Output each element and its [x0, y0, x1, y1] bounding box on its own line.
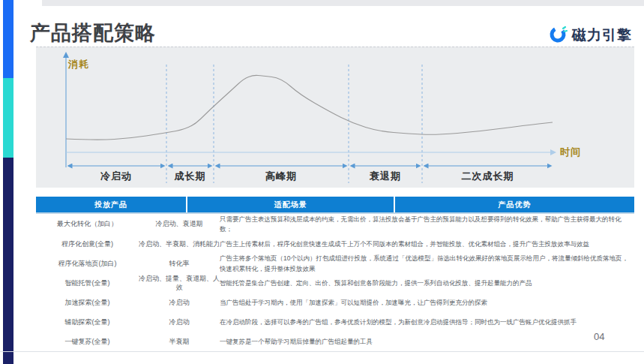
table-row: 最大化转化（加白）冷启动、衰退期只需要广告主表达预算和浅层成本的约束，无需出价，… — [36, 215, 634, 234]
phase-label: 二次成长期 — [462, 170, 514, 183]
table-cell-advantage: 智能托管是集合广告创建、定向、出价、预算和创意各阶段能力，提供一系列自动化投放、… — [220, 278, 634, 288]
table-header-product: 投放产品 — [36, 197, 186, 212]
table-cell-product: 辅助探索(全量) — [36, 318, 139, 327]
table-cell-product: 程序化落地页(加白) — [36, 260, 139, 269]
edge-bar-blue-segment — [3, 0, 13, 78]
slide-root: 产品搭配策略 磁力引擎 — [0, 0, 644, 364]
table-row: 加速探索(全量)冷启动当广告组处于学习期内，使用「加速探索」可以短期提价，加速曝… — [36, 293, 634, 313]
consumption-curve — [66, 75, 553, 140]
page-number: 04 — [594, 331, 604, 342]
table-cell-scenario: 冷启动、提量、衰退期、人效 — [139, 275, 220, 292]
table-header-scenario: 适配场景 — [187, 197, 394, 212]
table-cell-product: 最大化转化（加白） — [36, 220, 139, 229]
table-cell-advantage: 广告主上传素材后，程序化创意快速生成成千上万个不同版本的素材组合，并智能投放、优… — [220, 239, 634, 249]
table-cell-advantage: 广告主将多个落地页（10个以内）打包成组进行投放，系统通过「优选模型」筛选出转化… — [220, 254, 634, 273]
table-cell-product: 一键复苏(全量) — [36, 338, 139, 347]
table-header-advantage: 产品优势 — [395, 197, 634, 212]
table-cell-advantage: 当广告组处于学习期内，使用「加速探索」可以短期提价，加速曝光，让广告得到更充分的… — [220, 298, 634, 308]
table-cell-product: 程序化创意(全量) — [36, 240, 139, 249]
brand-logo: 磁力引擎 — [548, 24, 632, 47]
table-cell-scenario: 冷启动 — [139, 318, 220, 327]
phase-label: 成长期 — [175, 170, 206, 183]
table-cell-scenario: 冷启动、半衰期、消耗能力 — [139, 240, 220, 249]
page-title: 产品搭配策略 — [30, 20, 156, 47]
table-cell-advantage: 只需要广告主表达预算和浅层成本的约束，无需出价，算法投放会基于广告主的预算能力以… — [220, 215, 634, 234]
table-cell-advantage: 一键复苏是一个帮助学习期后掉量的广告组起量的工具 — [220, 337, 634, 347]
table-cell-product: 加速探索(全量) — [36, 299, 139, 308]
y-axis-label: 消耗 — [68, 58, 89, 71]
table-cell-product: 智能托管(全量) — [36, 279, 139, 288]
table-cell-scenario: 转化率 — [139, 260, 220, 269]
x-axis-label: 时间 — [560, 146, 581, 159]
phase-label: 冷启动 — [100, 170, 132, 183]
table-row: 智能托管(全量)冷启动、提量、衰退期、人效智能托管是集合广告创建、定向、出价、预… — [36, 274, 634, 293]
phase-boundary-dashed-lines — [166, 65, 422, 183]
lifecycle-chart-panel: 消耗 时间 冷启动成长期高峰期衰退期二次成长期 — [36, 47, 634, 188]
brand-logo-icon — [548, 24, 568, 47]
lifecycle-curve-chart — [36, 47, 634, 188]
table-row: 程序化创意(全量)冷启动、半衰期、消耗能力广告主上传素材后，程序化创意快速生成成… — [36, 234, 634, 254]
table-row: 辅助探索(全量)冷启动在冷启动阶段，选择可以参考的广告组，参考优质计划的模型，为… — [36, 313, 634, 332]
edge-bar-navy-segment — [3, 158, 13, 364]
phase-label: 高峰期 — [265, 170, 297, 183]
edge-bar-teal-segment — [3, 78, 13, 158]
table-body: 最大化转化（加白）冷启动、衰退期只需要广告主表达预算和浅层成本的约束，无需出价，… — [36, 215, 634, 352]
bottom-divider — [0, 351, 644, 352]
table-row: 一键复苏(全量)半衰期一键复苏是一个帮助学习期后掉量的广告组起量的工具 — [36, 332, 634, 352]
table-cell-advantage: 在冷启动阶段，选择可以参考的广告组，参考优质计划的模型，为新创意冷启动提供指导；… — [220, 317, 634, 327]
brand-name: 磁力引擎 — [572, 26, 632, 45]
phase-label: 衰退期 — [370, 170, 401, 183]
table-cell-scenario: 半衰期 — [139, 338, 220, 347]
product-strategy-table: 投放产品 适配场景 产品优势 最大化转化（加白）冷启动、衰退期只需要广告主表达预… — [36, 197, 634, 352]
table-row: 程序化落地页(加白)转化率广告主将多个落地页（10个以内）打包成组进行投放，系统… — [36, 254, 634, 273]
edge-color-bar — [3, 0, 13, 364]
table-header-row: 投放产品 适配场景 产品优势 — [36, 197, 634, 212]
table-cell-scenario: 冷启动 — [139, 299, 220, 308]
top-strip — [42, 0, 644, 6]
table-cell-scenario: 冷启动、衰退期 — [139, 220, 220, 229]
